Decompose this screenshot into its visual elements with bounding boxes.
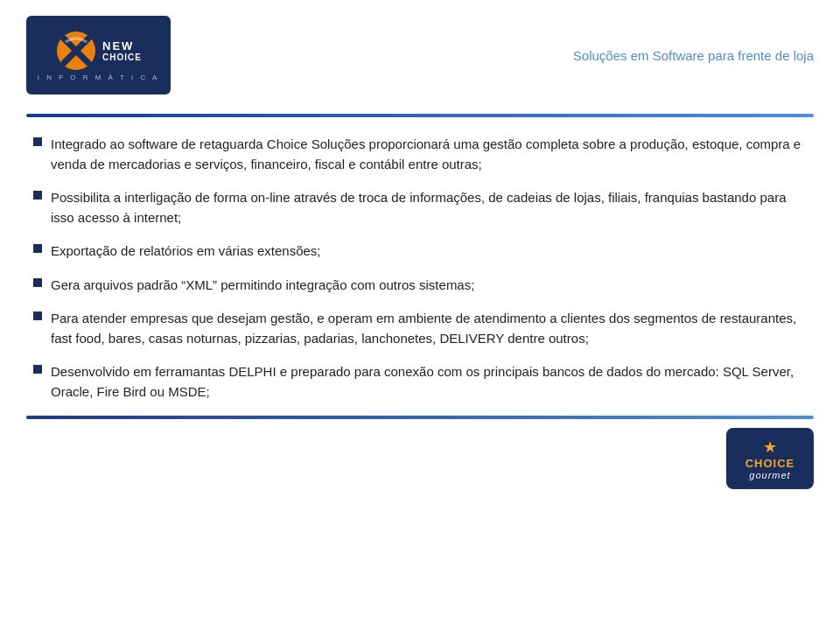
bullet-square-2: [33, 191, 42, 200]
bullet-square-4: [33, 278, 42, 287]
logo-area: new ChOiCE I N F O R M Á T I C A: [26, 16, 171, 94]
logo-x-icon: [55, 30, 97, 72]
bottom-row: ★ CHOICE gourmet: [26, 428, 814, 489]
bullet-item-2: Possibilita a interligação de forma on-l…: [33, 188, 807, 228]
logo-new-text: new: [102, 39, 134, 52]
bullet-text-6: Desenvolvido em ferramantas DELPHI e pre…: [51, 362, 807, 402]
bottom-divider: [26, 416, 814, 419]
top-divider: [26, 114, 814, 117]
bullet-text-5: Para atender empresas que desejam gestão…: [51, 309, 807, 348]
bullet-square-5: [33, 312, 42, 320]
logo-box: new ChOiCE I N F O R M Á T I C A: [26, 16, 171, 94]
logo-informatica-text: I N F O R M Á T I C A: [38, 74, 160, 81]
logo-choice-text: ChOiCE: [102, 52, 142, 62]
page: new ChOiCE I N F O R M Á T I C A Soluçõe…: [0, 0, 840, 623]
bullet-square-3: [33, 244, 42, 253]
bullet-text-3: Exportação de relatórios em várias exten…: [51, 242, 321, 262]
badge-star-icon: ★: [763, 438, 777, 457]
choice-gourmet-badge: ★ CHOICE gourmet: [726, 428, 814, 489]
bullet-text-2: Possibilita a interligação de forma on-l…: [51, 188, 807, 228]
bullet-text-4: Gera arquivos padrão “XML” permitindo in…: [51, 276, 474, 296]
bullet-item-6: Desenvolvido em ferramantas DELPHI e pre…: [33, 362, 807, 402]
badge-gourmet-text: gourmet: [749, 470, 790, 480]
bullet-square-1: [33, 137, 42, 146]
header: new ChOiCE I N F O R M Á T I C A Soluçõe…: [26, 16, 814, 94]
bullet-item-5: Para atender empresas que desejam gestão…: [33, 309, 807, 348]
bullet-item-3: Exportação de relatórios em várias exten…: [33, 242, 807, 262]
badge-choice-text: CHOICE: [746, 457, 795, 470]
bullet-text-1: Integrado ao software de retaguarda Choi…: [51, 135, 807, 174]
content-area: Integrado ao software de retaguarda Choi…: [26, 135, 814, 402]
header-tagline: Soluções em Software para frente de loja: [573, 48, 814, 63]
bullet-item-4: Gera arquivos padrão “XML” permitindo in…: [33, 276, 807, 296]
bullet-item-1: Integrado ao software de retaguarda Choi…: [33, 135, 807, 174]
bullet-square-6: [33, 365, 42, 374]
